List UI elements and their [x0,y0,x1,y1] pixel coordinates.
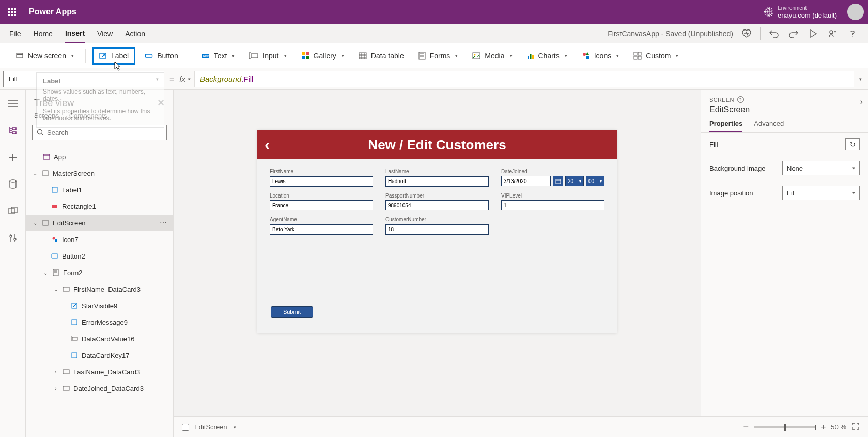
customernumber-input[interactable] [385,224,489,235]
tab-screens[interactable]: Screens [34,112,59,119]
custom-button[interactable]: Custom▾ [628,49,684,63]
tree-search[interactable] [32,125,167,140]
svg-rect-32 [586,56,589,59]
svg-rect-33 [634,52,637,55]
app-launcher-icon[interactable] [4,4,20,20]
zoom-out-icon[interactable]: − [743,421,749,432]
props-object: EditScreen [701,105,868,119]
menu-insert[interactable]: Insert [65,24,85,43]
tab-advanced[interactable]: Advanced [754,119,784,132]
icons-button[interactable]: Icons▾ [577,49,624,63]
bg-dropdown[interactable]: None▾ [782,161,860,175]
expand-panel-icon[interactable]: › [860,97,863,107]
agent-input[interactable] [270,224,373,235]
back-icon[interactable]: ‹ [265,137,270,153]
more-icon[interactable]: ⋯ [160,219,168,227]
firstname-input[interactable] [270,176,373,187]
svg-rect-55 [43,171,48,176]
menu-view[interactable]: View [97,25,113,42]
chevron-down-icon[interactable]: ▾ [234,425,236,430]
tools-rail-icon[interactable] [7,232,19,244]
search-input[interactable] [47,129,162,137]
tree-node-starvisible9[interactable]: StarVisible9 [26,297,173,314]
tree-node-form2[interactable]: ⌄Form2 [26,264,173,281]
undo-icon[interactable] [768,27,780,40]
breadcrumb-checkbox[interactable] [182,424,189,431]
health-icon[interactable] [740,27,753,40]
breadcrumb[interactable]: EditScreen [194,423,227,431]
datatable-button[interactable]: Data table [353,49,409,63]
svg-rect-14 [302,56,305,59]
tree-node-icon7[interactable]: Icon7 [26,231,173,248]
menu-file[interactable]: File [9,25,21,42]
data-rail-icon[interactable] [7,178,19,190]
redo-icon[interactable] [787,27,800,40]
passport-input[interactable] [385,200,489,210]
play-icon[interactable] [807,27,819,40]
close-icon[interactable]: ✕ [157,97,165,109]
help-icon[interactable] [846,27,859,40]
input-button[interactable]: Input▾ [244,49,291,63]
tree-view-icon[interactable] [7,124,19,137]
fx-icon[interactable]: fx▾ [179,74,190,83]
label-button[interactable]: Label [92,47,135,65]
tree-node-datejoined-datacard3[interactable]: ›DateJoined_DataCard3 [26,380,173,397]
svg-rect-57 [52,205,57,208]
button-button[interactable]: Button [140,49,183,63]
property-dropdown[interactable]: Fill ▾ [3,71,164,87]
app-name: Power Apps [29,7,76,17]
hour-dropdown[interactable]: 20▾ [565,176,584,186]
tab-components[interactable]: Components [69,112,107,119]
tree-node-datacardvalue16[interactable]: DataCardValue16 [26,330,173,347]
tree-title: Tree view [34,98,74,109]
expand-formula-icon[interactable]: ▾ [859,77,862,82]
tab-properties[interactable]: Properties [709,119,742,132]
gallery-button[interactable]: Gallery▾ [296,49,349,63]
lastname-input[interactable] [385,176,489,187]
tree-node-label1[interactable]: Label1 [26,182,173,198]
fit-to-screen-icon[interactable] [851,422,860,432]
environment-picker[interactable]: Environment enayu.com (default) [764,5,837,19]
media-rail-icon[interactable] [7,205,19,217]
imgpos-dropdown[interactable]: Fit▾ [782,186,860,200]
text-button[interactable]: Abc Text▾ [196,49,240,63]
svg-point-27 [474,54,476,55]
tree-node-firstname-datacard3[interactable]: ⌄FirstName_DataCard3 [26,281,173,297]
tree-node-editscreen[interactable]: ⌄EditScreen⋯ [26,215,173,231]
tree-node-datacardkey17[interactable]: DataCardKey17 [26,347,173,364]
calendar-icon[interactable] [553,176,563,186]
tree-node-errormessage9[interactable]: ErrorMessage9 [26,314,173,330]
insert-rail-icon[interactable] [7,151,19,163]
formula-input[interactable]: Background.Fill [194,71,854,87]
zoom-slider[interactable] [754,426,816,428]
user-avatar[interactable] [847,4,864,20]
tree-node-lastname-datacard3[interactable]: ›LastName_DataCard3 [26,364,173,380]
info-icon[interactable]: ? [737,96,744,103]
svg-rect-13 [306,52,309,55]
share-icon[interactable] [827,27,839,40]
svg-rect-40 [12,128,16,130]
vip-input[interactable] [501,200,605,210]
passport-label: PassportNumber [385,193,489,199]
location-input[interactable] [270,200,373,210]
menu-home[interactable]: Home [34,25,53,42]
submit-button[interactable]: Submit [271,306,313,318]
date-input[interactable]: 3/13/2020 [501,176,551,186]
minute-dropdown[interactable]: 00▾ [586,176,605,186]
hamburger-icon[interactable] [7,97,19,110]
svg-point-49 [10,235,12,237]
forms-button[interactable]: Forms▾ [413,49,463,63]
charts-button[interactable]: Charts▾ [522,49,572,63]
fill-swatch[interactable]: ↻ [845,138,860,150]
tree-node-masterscreen[interactable]: ⌄MasterScreen [26,165,173,182]
svg-rect-8 [251,54,258,58]
tree-node-rectangle1[interactable]: Rectangle1 [26,198,173,215]
new-screen-button[interactable]: New screen▾ [10,49,79,63]
zoom-in-icon[interactable]: + [821,423,826,432]
media-button[interactable]: Media▾ [467,49,517,63]
tree-node-app[interactable]: App [26,148,173,165]
menu-action[interactable]: Action [125,25,145,42]
header-bar: Power Apps Environment enayu.com (defaul… [0,0,868,24]
app-canvas[interactable]: ‹ New / Edit Customers FirstName LastNam… [257,130,617,333]
tree-node-button2[interactable]: Button2 [26,248,173,264]
